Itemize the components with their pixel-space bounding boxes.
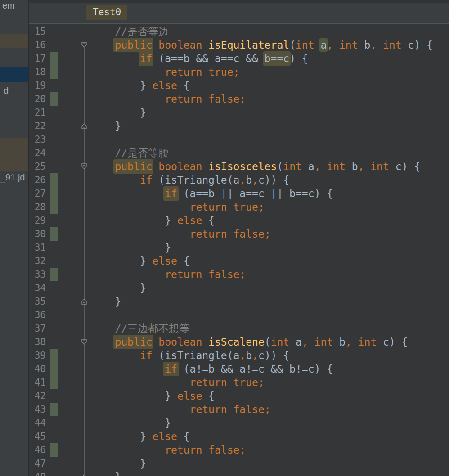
code-line[interactable]: 35 } bbox=[29, 295, 449, 308]
fold-end-icon[interactable] bbox=[81, 122, 88, 130]
fold-collapse-icon[interactable] bbox=[81, 338, 88, 346]
line-number[interactable]: 42 bbox=[29, 389, 46, 403]
code-line-text: } bbox=[90, 457, 146, 470]
line-number[interactable]: 21 bbox=[29, 106, 46, 119]
code-line-text: } bbox=[90, 470, 121, 476]
usage-highlight: a bbox=[320, 39, 327, 51]
code-line-text: return false; bbox=[90, 227, 271, 241]
code-line-text: return true; bbox=[90, 376, 265, 389]
code-line[interactable]: 15 //是否等边 bbox=[29, 25, 449, 38]
code-line[interactable]: 31 } bbox=[29, 241, 449, 254]
code-line[interactable]: 22 } bbox=[29, 119, 449, 133]
line-number[interactable]: 47 bbox=[29, 457, 46, 470]
sidebar-item-label[interactable]: _91.jd bbox=[0, 172, 25, 183]
code-line[interactable]: 23 bbox=[29, 133, 449, 146]
line-number[interactable]: 44 bbox=[29, 416, 46, 430]
code-line[interactable]: 26 if (isTriangle(a,b,c)) { bbox=[29, 173, 449, 187]
line-number[interactable]: 18 bbox=[29, 65, 46, 79]
vcs-change-marker bbox=[50, 376, 58, 389]
code-line-text: //是否等边 bbox=[90, 25, 169, 38]
line-number[interactable]: 26 bbox=[29, 173, 46, 187]
code-line[interactable]: 41 return true; bbox=[29, 376, 449, 389]
sidebar-row-hover[interactable] bbox=[0, 34, 28, 48]
code-line[interactable]: 28 return true; bbox=[29, 200, 449, 214]
vcs-change-marker bbox=[50, 227, 58, 241]
code-line-text: if (isTriangle(a,b,c)) { bbox=[90, 349, 289, 362]
fold-end-icon[interactable] bbox=[81, 473, 88, 476]
line-number[interactable]: 38 bbox=[29, 335, 46, 349]
code-line[interactable]: 39 if (isTriangle(a,b,c)) { bbox=[29, 349, 449, 362]
code-line-text: } else { bbox=[90, 254, 190, 268]
code-line[interactable]: 20 return false; bbox=[29, 92, 449, 106]
code-line[interactable]: 27 if (a==b || a==c || b==c) { bbox=[29, 187, 449, 200]
code-line[interactable]: 18 return true; bbox=[29, 65, 449, 79]
code-line[interactable]: 24 //是否等腰 bbox=[29, 146, 449, 160]
line-number[interactable]: 39 bbox=[29, 349, 46, 362]
code-line-text: } bbox=[90, 416, 171, 430]
code-line[interactable]: 43 return false; bbox=[29, 403, 449, 416]
code-line[interactable]: 48 } bbox=[29, 470, 449, 476]
line-number[interactable]: 16 bbox=[29, 38, 46, 52]
code-line-text: return false; bbox=[90, 92, 246, 106]
code-line-text: public boolean isIsosceles(int a, int b,… bbox=[90, 160, 420, 173]
code-line[interactable]: 46 return false; bbox=[29, 443, 449, 457]
line-number[interactable]: 28 bbox=[29, 200, 46, 214]
code-line[interactable]: 16 public boolean isEquilateral(int a, i… bbox=[29, 38, 449, 52]
code-line[interactable]: 47 } bbox=[29, 457, 449, 470]
code-area[interactable]: 15 //是否等边16 public boolean isEquilateral… bbox=[29, 24, 449, 476]
code-line[interactable]: 44 } bbox=[29, 416, 449, 430]
line-number[interactable]: 19 bbox=[29, 79, 46, 92]
line-number[interactable]: 31 bbox=[29, 241, 46, 254]
code-line[interactable]: 40 if (a!=b && a!=c && b!=c) { bbox=[29, 362, 449, 376]
sidebar-row-selected[interactable] bbox=[0, 67, 28, 82]
code-line-text: return false; bbox=[90, 443, 246, 457]
line-number[interactable]: 37 bbox=[29, 322, 46, 335]
line-number[interactable]: 22 bbox=[29, 119, 46, 133]
sidebar-item-label[interactable]: em bbox=[2, 0, 15, 11]
line-number[interactable]: 23 bbox=[29, 133, 46, 146]
line-number[interactable]: 27 bbox=[29, 187, 46, 200]
code-line[interactable]: 17 if (a==b && a==c && b==c) { bbox=[29, 52, 449, 65]
code-line[interactable]: 19 } else { bbox=[29, 79, 449, 92]
code-line-text: } else { bbox=[90, 389, 215, 403]
line-number[interactable]: 33 bbox=[29, 268, 46, 281]
line-number[interactable]: 30 bbox=[29, 227, 46, 241]
line-number[interactable]: 41 bbox=[29, 376, 46, 389]
line-number[interactable]: 35 bbox=[29, 295, 46, 308]
code-line[interactable]: 21 } bbox=[29, 106, 449, 119]
code-line[interactable]: 30 return false; bbox=[29, 227, 449, 241]
sidebar-row-hover[interactable] bbox=[0, 138, 28, 171]
code-line[interactable]: 45 } else { bbox=[29, 430, 449, 443]
tab-test0[interactable]: Test0 bbox=[86, 5, 127, 20]
line-number[interactable]: 46 bbox=[29, 443, 46, 457]
line-number[interactable]: 40 bbox=[29, 362, 46, 376]
line-number[interactable]: 45 bbox=[29, 430, 46, 443]
sidebar-item-label[interactable]: d bbox=[4, 85, 9, 96]
line-number[interactable]: 25 bbox=[29, 160, 46, 173]
code-line[interactable]: 32 } else { bbox=[29, 254, 449, 268]
line-number[interactable]: 48 bbox=[29, 470, 46, 476]
usage-highlight: public bbox=[115, 39, 152, 51]
fold-end-icon[interactable] bbox=[81, 298, 88, 305]
line-number[interactable]: 29 bbox=[29, 214, 46, 227]
code-line[interactable]: 33 return false; bbox=[29, 268, 449, 281]
fold-collapse-icon[interactable] bbox=[81, 41, 88, 49]
code-line[interactable]: 34 } bbox=[29, 281, 449, 295]
vcs-change-marker bbox=[50, 443, 58, 457]
line-number[interactable]: 17 bbox=[29, 52, 46, 65]
code-line[interactable]: 38 public boolean isScalene(int a, int b… bbox=[29, 335, 449, 349]
line-number[interactable]: 34 bbox=[29, 281, 46, 295]
code-line[interactable]: 42 } else { bbox=[29, 389, 449, 403]
code-line[interactable]: 29 } else { bbox=[29, 214, 449, 227]
code-line[interactable]: 36 bbox=[29, 308, 449, 322]
fold-collapse-icon[interactable] bbox=[81, 163, 88, 170]
code-line[interactable]: 37 //三边都不想等 bbox=[29, 322, 449, 335]
line-number[interactable]: 43 bbox=[29, 403, 46, 416]
code-line-text: if (a!=b && a!=c && b!=c) { bbox=[90, 362, 333, 376]
code-line[interactable]: 25 public boolean isIsosceles(int a, int… bbox=[29, 160, 449, 173]
line-number[interactable]: 36 bbox=[29, 308, 46, 322]
line-number[interactable]: 20 bbox=[29, 92, 46, 106]
line-number[interactable]: 15 bbox=[29, 25, 46, 38]
line-number[interactable]: 24 bbox=[29, 146, 46, 160]
line-number[interactable]: 32 bbox=[29, 254, 46, 268]
